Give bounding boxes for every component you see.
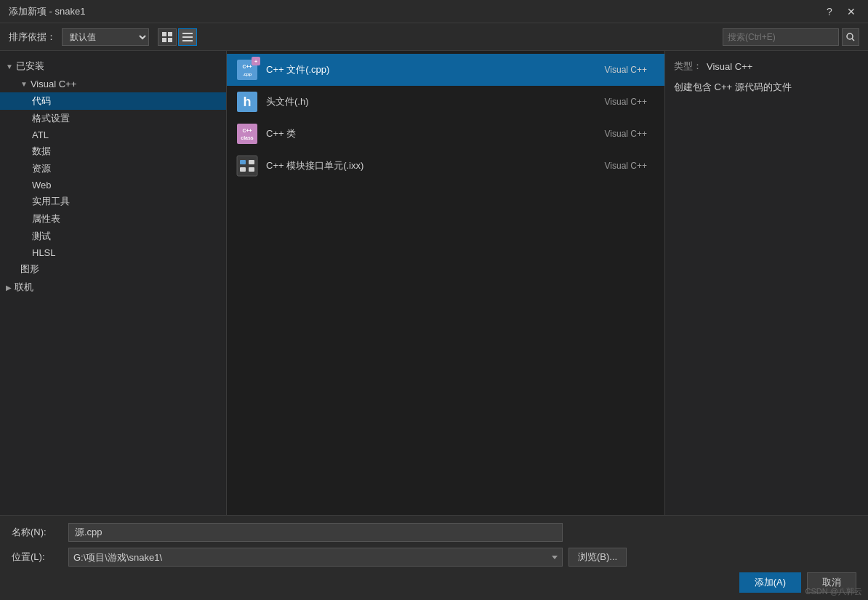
sidebar-item-label: 属性表 — [32, 212, 60, 225]
svg-text:C++: C++ — [242, 128, 252, 133]
file-item-module[interactable]: C++ 模块接口单元(.ixx) Visual C++ — [227, 150, 664, 182]
file-item-header[interactable]: h 头文件(.h) Visual C++ — [227, 86, 664, 118]
svg-rect-4 — [182, 33, 193, 34]
title-bar: 添加新项 - snake1 ? ✕ — [0, 0, 868, 23]
name-row: 名称(N): — [12, 523, 856, 542]
type-info: 类型： Visual C++ — [674, 60, 859, 73]
sidebar-item-graphics[interactable]: 图形 — [0, 260, 226, 278]
sidebar-item-code[interactable]: 代码 — [0, 92, 226, 110]
name-label: 名称(N): — [12, 526, 63, 539]
dialog-title: 添加新项 - snake1 — [9, 5, 85, 18]
module-file-icon — [236, 154, 259, 177]
svg-text:h: h — [244, 95, 252, 109]
sidebar-visualcpp-label: Visual C++ — [31, 79, 76, 89]
class-file-name: C++ 类 — [266, 127, 598, 140]
sidebar-item-label: 数据 — [32, 145, 51, 158]
sidebar-item-label: 格式设置 — [32, 112, 70, 125]
svg-rect-19 — [237, 156, 257, 176]
sidebar-item-label: HLSL — [32, 247, 56, 258]
svg-rect-0 — [162, 32, 166, 36]
class-file-icon: C++ class — [236, 122, 259, 145]
sidebar-item-data[interactable]: 数据 — [0, 143, 226, 160]
file-list: C++ .cpp + C++ 文件(.cpp) Visual C++ h — [227, 51, 664, 515]
sidebar-item-format[interactable]: 格式设置 — [0, 110, 226, 127]
grid-view-button[interactable] — [158, 28, 177, 46]
svg-text:+: + — [254, 59, 257, 64]
svg-rect-1 — [168, 32, 172, 36]
sidebar-visualcpp-section[interactable]: ▼ Visual C++ — [0, 76, 226, 92]
module-file-category: Visual C++ — [605, 161, 647, 171]
svg-rect-22 — [240, 167, 246, 172]
svg-rect-21 — [249, 160, 254, 164]
cpp-file-category: Visual C++ — [605, 65, 647, 75]
sidebar-item-hlsl[interactable]: HLSL — [0, 245, 226, 260]
sidebar-item-utility[interactable]: 实用工具 — [0, 193, 226, 210]
location-select[interactable]: G:\项目\游戏\snake1\ — [68, 548, 563, 567]
svg-rect-3 — [168, 38, 172, 42]
header-file-icon: h — [236, 90, 259, 113]
header-file-category: Visual C++ — [605, 97, 647, 107]
installed-arrow-icon: ▼ — [6, 63, 13, 71]
sidebar-item-resource[interactable]: 资源 — [0, 160, 226, 177]
svg-rect-20 — [240, 160, 246, 164]
action-buttons: 添加(A) 取消 — [12, 572, 856, 593]
bottom-area: 名称(N): 位置(L): G:\项目\游戏\snake1\ 浏览(B)... … — [0, 515, 868, 600]
sidebar-item-label: 测试 — [32, 230, 51, 243]
sidebar-installed-section[interactable]: ▼ 已安装 — [0, 57, 226, 76]
svg-rect-16 — [237, 124, 257, 144]
svg-rect-5 — [182, 36, 193, 38]
svg-rect-2 — [162, 38, 166, 42]
type-label: 类型： — [674, 60, 702, 73]
file-item-cpp[interactable]: C++ .cpp + C++ 文件(.cpp) Visual C++ — [227, 54, 664, 86]
sidebar-item-propsheet[interactable]: 属性表 — [0, 210, 226, 228]
add-button[interactable]: 添加(A) — [739, 572, 801, 593]
view-toggle — [158, 28, 197, 46]
header-file-name: 头文件(.h) — [266, 95, 598, 108]
sidebar-item-label: 图形 — [20, 263, 39, 276]
svg-text:C++: C++ — [242, 64, 252, 69]
browse-button[interactable]: 浏览(B)... — [568, 548, 627, 567]
list-view-button[interactable] — [178, 28, 197, 46]
content-area: ▼ 已安装 ▼ Visual C++ 代码 格式设置 ATL 数据 资源 — [0, 51, 868, 515]
sidebar-item-atl[interactable]: ATL — [0, 127, 226, 143]
search-button[interactable] — [842, 28, 859, 46]
location-row: 位置(L): G:\项目\游戏\snake1\ 浏览(B)... — [12, 548, 856, 567]
type-description: 创建包含 C++ 源代码的文件 — [674, 80, 859, 95]
file-item-class[interactable]: C++ class C++ 类 Visual C++ — [227, 118, 664, 150]
sidebar-item-web[interactable]: Web — [0, 177, 226, 193]
sidebar-online-section[interactable]: ▶ 联机 — [0, 278, 226, 297]
visualcpp-arrow-icon: ▼ — [20, 80, 28, 88]
dialog: 排序依据： 默认值 — [0, 23, 868, 600]
watermark: CSDN @八郭云 — [805, 586, 862, 597]
cpp-file-name: C++ 文件(.cpp) — [266, 63, 598, 76]
installed-label: 已安装 — [16, 60, 44, 73]
toolbar: 排序依据： 默认值 — [0, 23, 868, 51]
sidebar-item-test[interactable]: 测试 — [0, 228, 226, 245]
type-value: Visual C++ — [707, 61, 752, 72]
svg-rect-6 — [182, 40, 193, 41]
sidebar-item-label: Web — [32, 180, 52, 191]
location-label: 位置(L): — [12, 551, 63, 564]
sort-select[interactable]: 默认值 — [62, 28, 149, 46]
search-input[interactable] — [723, 28, 839, 46]
sidebar-item-label: ATL — [32, 129, 49, 140]
sidebar-item-label: 代码 — [32, 95, 51, 108]
help-button[interactable]: ? — [821, 6, 837, 17]
search-area — [723, 28, 859, 46]
module-file-name: C++ 模块接口单元(.ixx) — [266, 159, 598, 172]
sidebar: ▼ 已安装 ▼ Visual C++ 代码 格式设置 ATL 数据 资源 — [0, 51, 227, 515]
svg-point-7 — [847, 33, 853, 39]
sort-label: 排序依据： — [9, 31, 56, 44]
name-input[interactable] — [68, 523, 563, 542]
svg-text:.cpp: .cpp — [243, 72, 252, 76]
title-bar-controls: ? ✕ — [821, 6, 859, 17]
close-button[interactable]: ✕ — [843, 6, 859, 17]
right-panel: 类型： Visual C++ 创建包含 C++ 源代码的文件 — [664, 51, 868, 515]
sidebar-item-label: 实用工具 — [32, 195, 70, 208]
online-label: 联机 — [15, 281, 33, 294]
svg-text:class: class — [241, 135, 254, 140]
class-file-category: Visual C++ — [605, 129, 647, 139]
cpp-file-icon: C++ .cpp + — [236, 58, 259, 81]
svg-rect-23 — [249, 167, 254, 172]
sidebar-item-label: 资源 — [32, 162, 51, 175]
